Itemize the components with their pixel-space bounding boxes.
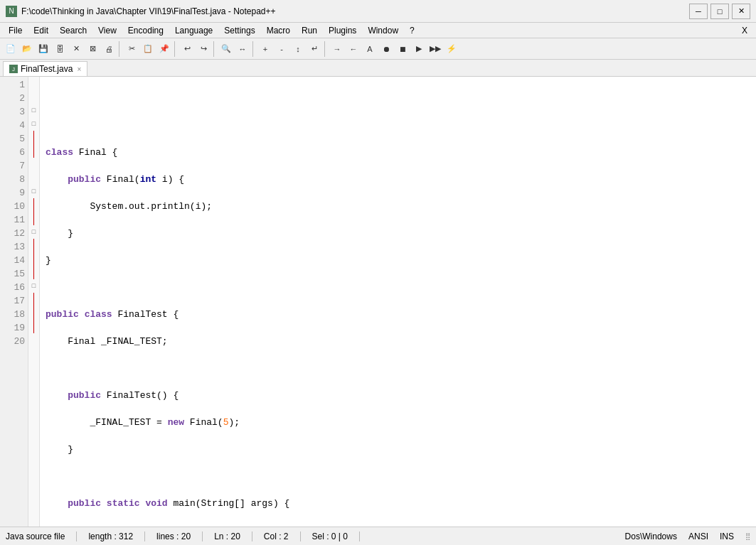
code-line-6: } bbox=[46, 227, 750, 240]
tb-macro-stop[interactable]: ⏹ bbox=[395, 41, 410, 57]
ln-14: 14 bbox=[3, 254, 25, 267]
ln-7: 7 bbox=[3, 159, 25, 173]
status-encoding: Dos\Windows bbox=[625, 531, 677, 541]
menu-edit[interactable]: Edit bbox=[28, 24, 54, 37]
tb-macro-save[interactable]: ▶▶ bbox=[427, 41, 443, 57]
tb-copy[interactable]: 📋 bbox=[140, 41, 156, 57]
fold-15 bbox=[28, 266, 39, 279]
tb-sep2 bbox=[174, 41, 177, 57]
code-line-3: class Final { bbox=[46, 146, 750, 159]
tb-sync-scroll[interactable]: ↕ bbox=[290, 41, 306, 57]
code-line-17: FinalTest _Test = new FinalTest(); bbox=[46, 524, 750, 527]
tb-zoom-out[interactable]: - bbox=[274, 41, 289, 57]
tb-wordwrap[interactable]: ↵ bbox=[307, 41, 322, 57]
status-charset: ANSI bbox=[688, 531, 708, 541]
menu-help[interactable]: ? bbox=[404, 24, 420, 37]
menu-settings[interactable]: Settings bbox=[218, 24, 260, 37]
window-controls: ─ □ ✕ bbox=[689, 4, 750, 19]
ln-16: 16 bbox=[3, 281, 25, 294]
tb-undo[interactable]: ↩ bbox=[179, 41, 195, 57]
menu-search[interactable]: Search bbox=[54, 24, 92, 37]
ln-10: 10 bbox=[3, 200, 25, 213]
ln-8: 8 bbox=[3, 173, 25, 186]
code-line-8 bbox=[46, 281, 750, 294]
tb-indent[interactable]: → bbox=[329, 41, 345, 57]
app-icon: N bbox=[6, 6, 17, 17]
status-lines: lines : 20 bbox=[156, 531, 203, 541]
code-line-13: _FINAL_TEST = new Final(5); bbox=[46, 416, 750, 429]
fold-4[interactable]: □ bbox=[28, 117, 39, 131]
tb-sep5 bbox=[324, 41, 327, 57]
tb-open[interactable]: 📂 bbox=[19, 41, 35, 57]
status-bar: Java source file length : 312 lines : 20… bbox=[0, 527, 756, 545]
fold-12[interactable]: □ bbox=[28, 225, 39, 239]
tb-save[interactable]: 💾 bbox=[36, 41, 51, 57]
menu-bar: File Edit Search View Encoding Language … bbox=[0, 23, 756, 38]
editor: 1 2 3 4 5 6 7 8 9 10 11 12 13 14 15 16 1… bbox=[0, 77, 756, 527]
tab-file-icon: J bbox=[9, 65, 18, 73]
fold-5 bbox=[28, 131, 39, 144]
menu-plugins[interactable]: Plugins bbox=[323, 24, 362, 37]
menu-view[interactable]: View bbox=[92, 24, 122, 37]
menu-close-x[interactable]: X bbox=[736, 24, 753, 37]
code-line-16: public static void main(String[] args) { bbox=[46, 497, 750, 510]
code-line-5: System.out.println(i); bbox=[46, 200, 750, 213]
code-area[interactable]: class Final { public Final(int i) { Syst… bbox=[40, 77, 756, 527]
tab-close-btn[interactable]: × bbox=[77, 65, 81, 73]
code-line-2 bbox=[46, 119, 750, 132]
fold-area: □ □ □ □ □ bbox=[28, 77, 40, 527]
ln-4: 4 bbox=[3, 119, 25, 132]
fold-16[interactable]: □ bbox=[28, 279, 39, 293]
tb-sep3 bbox=[213, 41, 216, 57]
tb-replace[interactable]: ↔ bbox=[235, 41, 250, 57]
fold-6 bbox=[28, 144, 39, 158]
tb-find[interactable]: 🔍 bbox=[218, 41, 234, 57]
maximize-button[interactable]: □ bbox=[710, 4, 729, 19]
menu-file[interactable]: File bbox=[3, 24, 28, 37]
fold-1 bbox=[28, 77, 39, 90]
ln-13: 13 bbox=[3, 240, 25, 254]
ln-20: 20 bbox=[3, 335, 25, 348]
code-line-14: } bbox=[46, 443, 750, 456]
window-title: F:\code\Thinking in Java\Chapter VII\19\… bbox=[21, 6, 689, 16]
status-resize-icon: ⣿ bbox=[745, 532, 750, 540]
status-ln: Ln : 20 bbox=[214, 531, 252, 541]
fold-17 bbox=[28, 293, 39, 306]
ln-2: 2 bbox=[3, 92, 25, 105]
status-mode: INS bbox=[720, 531, 734, 541]
ln-3: 3 bbox=[3, 105, 25, 119]
menu-run[interactable]: Run bbox=[296, 24, 323, 37]
fold-10 bbox=[28, 198, 39, 212]
tb-macro-play[interactable]: ▶ bbox=[411, 41, 427, 57]
menu-window[interactable]: Window bbox=[362, 24, 404, 37]
tb-close-all[interactable]: ⊠ bbox=[85, 41, 100, 57]
status-filetype: Java source file bbox=[6, 531, 77, 541]
tb-print[interactable]: 🖨 bbox=[101, 41, 117, 57]
fold-3[interactable]: □ bbox=[28, 104, 39, 117]
tb-uppercase[interactable]: A bbox=[362, 41, 378, 57]
tb-zoom-in[interactable]: + bbox=[257, 41, 273, 57]
tb-new[interactable]: 📄 bbox=[3, 41, 18, 57]
tb-save-all[interactable]: 🗄 bbox=[52, 41, 68, 57]
tb-paste[interactable]: 📌 bbox=[156, 41, 172, 57]
tb-sep4 bbox=[252, 41, 255, 57]
status-sel: Sel : 0 | 0 bbox=[312, 531, 360, 541]
menu-macro[interactable]: Macro bbox=[261, 24, 296, 37]
close-button[interactable]: ✕ bbox=[732, 4, 750, 19]
menu-language[interactable]: Language bbox=[169, 24, 218, 37]
tb-run[interactable]: ⚡ bbox=[444, 41, 459, 57]
code-line-10: Final _FINAL_TEST; bbox=[46, 335, 750, 348]
menu-encoding[interactable]: Encoding bbox=[122, 24, 169, 37]
tab-finaltest[interactable]: J FinalTest.java × bbox=[3, 61, 87, 76]
fold-14 bbox=[28, 252, 39, 266]
tb-close[interactable]: ✕ bbox=[68, 41, 84, 57]
tb-outdent[interactable]: ← bbox=[346, 41, 361, 57]
minimize-button[interactable]: ─ bbox=[689, 4, 708, 19]
tb-cut[interactable]: ✂ bbox=[124, 41, 139, 57]
fold-9[interactable]: □ bbox=[28, 185, 39, 198]
code-line-4: public Final(int i) { bbox=[46, 173, 750, 186]
tb-redo[interactable]: ↪ bbox=[196, 41, 211, 57]
status-col: Col : 2 bbox=[264, 531, 301, 541]
tb-macro-rec[interactable]: ⏺ bbox=[378, 41, 394, 57]
fold-11 bbox=[28, 212, 39, 225]
